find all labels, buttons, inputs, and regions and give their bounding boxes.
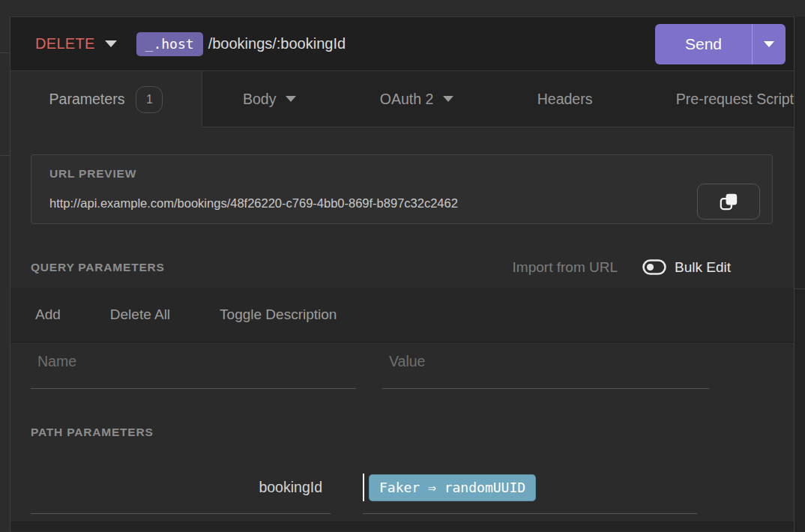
text-cursor [363,474,364,501]
copy-url-button[interactable] [697,184,760,220]
tab-auth-label: OAuth 2 [380,91,434,108]
toggle-off-icon [642,259,666,275]
request-pane: DELETE _.host /bookings/:bookingId Send … [10,16,794,532]
url-preview-box: URL PREVIEW http://api.example.com/booki… [31,154,773,224]
query-parameters-heading: QUERY PARAMETERS [31,261,165,274]
tab-body[interactable]: Body [243,91,296,108]
url-input[interactable]: _.host /bookings/:bookingId [136,32,655,56]
window-top-strip [0,0,805,16]
query-parameters-header: QUERY PARAMETERS Import from URL Bulk Ed… [31,247,731,288]
chevron-down-icon [764,41,774,47]
query-parameters-toolbar: Add Delete All Toggle Description [10,288,794,342]
chevron-down-icon [286,96,296,102]
chevron-down-icon [105,40,117,47]
request-url-bar: DELETE _.host /bookings/:bookingId Send [10,16,794,71]
sidebar-edge-panel [0,16,10,532]
tab-parameters-label: Parameters [49,91,125,108]
editor-bottom-strip [10,522,794,531]
path-param-name-cell: bookingId [31,462,331,514]
tab-auth[interactable]: OAuth 2 [380,91,454,108]
sidebar-divider [0,52,10,53]
path-parameters-heading: PATH PARAMETERS [31,426,154,439]
response-pane-edge [794,16,805,532]
param-value-input[interactable] [382,345,709,389]
chevron-down-icon [443,96,453,102]
url-path-text: /bookings/:bookingId [208,35,346,52]
send-button-group: Send [655,24,786,64]
tab-pre-request-script[interactable]: Pre-request Script [676,91,794,108]
add-parameter-button[interactable]: Add [35,306,61,323]
bulk-edit-label: Bulk Edit [675,259,731,276]
parameters-count-badge: 1 [136,86,163,113]
tab-headers-label: Headers [537,91,593,108]
sidebar-divider [0,155,10,156]
path-param-value-cell[interactable]: Faker ⇒ randomUUID [363,462,697,514]
url-preview-value: http://api.example.com/bookings/48f26220… [49,196,682,211]
url-preview-heading: URL PREVIEW [49,167,136,181]
request-tab-bar: Parameters 1 Body OAuth 2 Headers Pre-re… [10,71,794,127]
response-pane-divider [795,288,805,289]
method-label: DELETE [35,35,95,52]
query-header-actions: Import from URL Bulk Edit [513,259,731,276]
tab-strip: Body OAuth 2 Headers Pre-request Script [202,71,794,127]
delete-all-button[interactable]: Delete All [110,306,170,323]
faker-random-uuid-tag[interactable]: Faker ⇒ randomUUID [369,474,536,501]
bulk-edit-toggle[interactable]: Bulk Edit [642,259,731,276]
template-tag-host[interactable]: _.host [136,32,203,56]
toggle-description-button[interactable]: Toggle Description [220,306,337,323]
tab-pre-request-script-label: Pre-request Script [676,91,794,108]
send-options-button[interactable] [753,24,786,64]
tab-parameters[interactable]: Parameters 1 [10,71,202,127]
send-button[interactable]: Send [655,24,752,64]
tab-headers[interactable]: Headers [537,91,593,108]
tab-body-label: Body [243,91,276,108]
import-from-url-button[interactable]: Import from URL [513,259,618,276]
parameters-panel: URL PREVIEW http://api.example.com/booki… [10,127,794,531]
copy-icon [719,192,739,212]
method-dropdown[interactable]: DELETE [35,35,117,52]
path-parameters-header: PATH PARAMETERS [31,411,731,453]
param-name-input[interactable] [31,345,356,389]
